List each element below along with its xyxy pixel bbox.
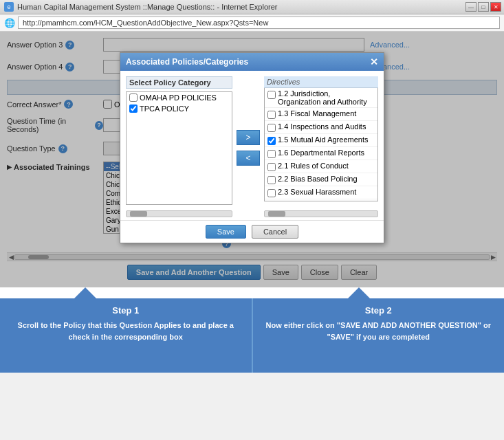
modal-title: Associated Policies/Categories: [126, 57, 248, 67]
right-scroll-track[interactable]: [264, 210, 378, 217]
directive-checkbox[interactable]: [267, 137, 276, 145]
left-up-arrow: [74, 287, 96, 298]
browser-icon: e: [4, 2, 14, 12]
step2-box: Step 2 Now either click on "SAVE AND ADD…: [253, 298, 505, 373]
policy-panel-title: Select Policy Category: [126, 76, 232, 89]
left-scroll-track[interactable]: [126, 210, 232, 217]
modal-cancel-button[interactable]: Cancel: [252, 225, 298, 239]
modal-dialog: Associated Policies/Categories ✕ Select …: [120, 52, 384, 243]
globe-icon: 🌐: [4, 18, 15, 28]
modal-overlay: Associated Policies/Categories ✕ Select …: [0, 32, 504, 287]
step2-title: Step 2: [263, 305, 495, 316]
directive-item: 1.5 Mutual Aid Agreements: [265, 134, 377, 147]
directive-item: 2.1 Rules of Conduct: [265, 160, 377, 173]
step1-box: Step 1 Scroll to the Policy that this Qu…: [0, 298, 253, 373]
step1-title: Step 1: [10, 305, 242, 316]
directive-checkbox[interactable]: [267, 124, 276, 132]
directive-item: 2.3 Sexual Harassment: [265, 186, 377, 199]
directive-checkbox[interactable]: [267, 163, 276, 171]
close-button[interactable]: ✕: [490, 2, 501, 12]
right-scroll-thumb[interactable]: [268, 211, 285, 217]
directive-checkbox[interactable]: [267, 111, 276, 119]
policy-checkbox[interactable]: [129, 94, 138, 102]
directive-item: 1.6 Departmental Reports: [265, 147, 377, 160]
policy-checkbox[interactable]: [129, 104, 138, 113]
directive-item: 1.3 Fiscal Management: [265, 108, 377, 121]
directive-checkbox[interactable]: [267, 189, 276, 197]
arrow-right-button[interactable]: >: [237, 130, 260, 145]
directive-item: 1.2 Jurisdiction, Organization and Autho…: [265, 88, 377, 108]
directive-item: 2.2 Bias Based Policing: [265, 173, 377, 186]
policy-item: OMAHA PD POLICIES: [127, 92, 232, 103]
modal-body: Select Policy Category OMAHA PD POLICIES…: [120, 71, 384, 210]
browser-title: Human Capital Management System ::Manage…: [17, 3, 277, 11]
directive-checkbox[interactable]: [267, 91, 276, 99]
directives-panel: Directives 1.2 Jurisdiction, Organizatio…: [264, 76, 378, 205]
arrow-indicators-row: [0, 287, 504, 298]
arrow-left-button[interactable]: <: [237, 151, 260, 166]
directives-list: 1.2 Jurisdiction, Organization and Autho…: [264, 88, 378, 201]
step1-text: Scroll to the Policy that this Question …: [10, 320, 242, 342]
step-instructions: Step 1 Scroll to the Policy that this Qu…: [0, 298, 504, 373]
policy-item: TPCA POLICY: [127, 103, 232, 114]
window-controls: — □ ✕: [465, 2, 501, 12]
right-up-arrow: [348, 287, 370, 298]
step2-text: Now either click on "SAVE AND ADD ANOTHE…: [263, 320, 495, 342]
directive-item: 1.4 Inspections and Audits: [265, 121, 377, 134]
address-bar-row: 🌐 http://pmamhcm.com/HCM_QuestionAddObje…: [0, 14, 504, 32]
directive-item: 2.4 Internal Investigation: [265, 199, 377, 201]
modal-save-button[interactable]: Save: [206, 225, 246, 239]
modal-footer: Save Cancel: [120, 220, 384, 243]
modal-header: Associated Policies/Categories ✕: [120, 53, 384, 71]
left-scroll-thumb[interactable]: [130, 211, 147, 217]
directive-checkbox[interactable]: [267, 150, 276, 158]
modal-arrows: > <: [237, 76, 260, 205]
browser-titlebar: e Human Capital Management System ::Mana…: [0, 0, 504, 14]
directives-header-label: Directives: [264, 76, 378, 88]
policy-category-panel: Select Policy Category OMAHA PD POLICIES…: [126, 76, 232, 205]
modal-close-button[interactable]: ✕: [370, 56, 378, 67]
policy-list: OMAHA PD POLICIESTPCA POLICY: [126, 91, 232, 205]
left-hscroll: [126, 210, 232, 217]
directive-checkbox[interactable]: [267, 176, 276, 184]
main-form: Answer Option 3 ? Advanced... Answer Opt…: [0, 32, 504, 287]
right-hscroll: [264, 210, 378, 217]
maximize-button[interactable]: □: [478, 2, 489, 12]
address-bar[interactable]: http://pmamhcm.com/HCM_QuestionAddObject…: [18, 16, 500, 29]
modal-scrollbars: [120, 210, 384, 217]
minimize-button[interactable]: —: [465, 2, 476, 12]
